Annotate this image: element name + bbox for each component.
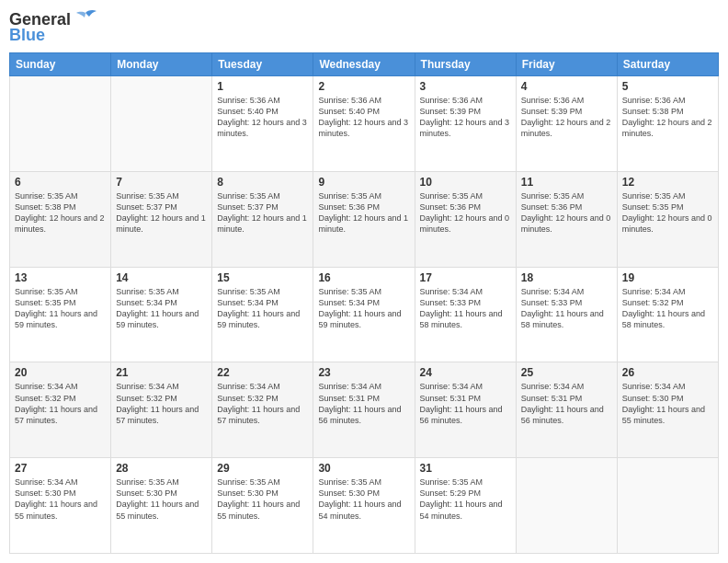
calendar-cell: 6Sunrise: 5:35 AM Sunset: 5:38 PM Daylig… [10,171,111,267]
weekday-header-tuesday: Tuesday [212,53,313,76]
week-row-4: 20Sunrise: 5:34 AM Sunset: 5:32 PM Dayli… [10,362,719,458]
calendar-cell: 23Sunrise: 5:34 AM Sunset: 5:31 PM Dayli… [313,362,415,458]
day-number: 30 [318,462,409,475]
calendar-cell: 4Sunrise: 5:36 AM Sunset: 5:39 PM Daylig… [516,76,617,172]
calendar-cell: 30Sunrise: 5:35 AM Sunset: 5:30 PM Dayli… [313,458,415,554]
day-number: 7 [116,176,207,189]
day-info: Sunrise: 5:35 AM Sunset: 5:35 PM Dayligh… [622,190,713,236]
calendar-cell: 17Sunrise: 5:34 AM Sunset: 5:33 PM Dayli… [415,267,516,362]
day-number: 6 [15,176,106,189]
calendar-cell [516,458,617,554]
day-info: Sunrise: 5:34 AM Sunset: 5:33 PM Dayligh… [420,286,511,331]
day-number: 17 [420,271,511,284]
day-info: Sunrise: 5:35 AM Sunset: 5:34 PM Dayligh… [116,286,207,331]
day-info: Sunrise: 5:34 AM Sunset: 5:32 PM Dayligh… [622,286,713,331]
calendar-cell: 25Sunrise: 5:34 AM Sunset: 5:31 PM Dayli… [516,362,617,458]
calendar-cell: 11Sunrise: 5:35 AM Sunset: 5:36 PM Dayli… [516,171,617,267]
day-info: Sunrise: 5:36 AM Sunset: 5:38 PM Dayligh… [622,95,713,140]
day-number: 20 [15,366,106,379]
calendar-cell: 28Sunrise: 5:35 AM Sunset: 5:30 PM Dayli… [111,458,212,554]
calendar-cell: 12Sunrise: 5:35 AM Sunset: 5:35 PM Dayli… [617,171,718,267]
calendar-cell: 29Sunrise: 5:35 AM Sunset: 5:30 PM Dayli… [212,458,313,554]
week-row-1: 1Sunrise: 5:36 AM Sunset: 5:40 PM Daylig… [10,76,719,172]
calendar-cell: 9Sunrise: 5:35 AM Sunset: 5:36 PM Daylig… [313,171,415,267]
day-info: Sunrise: 5:36 AM Sunset: 5:40 PM Dayligh… [318,95,409,140]
weekday-header-thursday: Thursday [415,53,516,76]
logo-bird-icon [73,9,98,29]
day-number: 11 [521,176,612,189]
day-info: Sunrise: 5:34 AM Sunset: 5:31 PM Dayligh… [521,381,612,426]
header: General Blue [9,9,719,45]
day-info: Sunrise: 5:35 AM Sunset: 5:30 PM Dayligh… [318,477,409,522]
calendar-cell: 20Sunrise: 5:34 AM Sunset: 5:32 PM Dayli… [10,362,111,458]
calendar-cell: 27Sunrise: 5:34 AM Sunset: 5:30 PM Dayli… [10,458,111,554]
day-number: 21 [116,366,207,379]
day-number: 3 [420,80,511,93]
calendar-cell: 18Sunrise: 5:34 AM Sunset: 5:33 PM Dayli… [516,267,617,362]
day-info: Sunrise: 5:34 AM Sunset: 5:31 PM Dayligh… [318,381,409,426]
calendar-cell: 24Sunrise: 5:34 AM Sunset: 5:31 PM Dayli… [415,362,516,458]
day-number: 27 [15,462,106,475]
calendar-cell: 8Sunrise: 5:35 AM Sunset: 5:37 PM Daylig… [212,171,313,267]
day-info: Sunrise: 5:34 AM Sunset: 5:31 PM Dayligh… [420,381,511,426]
calendar-cell: 5Sunrise: 5:36 AM Sunset: 5:38 PM Daylig… [617,76,718,172]
calendar-cell: 31Sunrise: 5:35 AM Sunset: 5:29 PM Dayli… [415,458,516,554]
day-number: 23 [318,366,409,379]
day-number: 16 [318,271,409,284]
day-number: 10 [420,176,511,189]
day-number: 29 [217,462,308,475]
day-number: 12 [622,176,713,189]
day-number: 18 [521,271,612,284]
calendar-cell: 1Sunrise: 5:36 AM Sunset: 5:40 PM Daylig… [212,76,313,172]
day-number: 31 [420,462,511,475]
calendar-cell: 3Sunrise: 5:36 AM Sunset: 5:39 PM Daylig… [415,76,516,172]
calendar-cell: 26Sunrise: 5:34 AM Sunset: 5:30 PM Dayli… [617,362,718,458]
weekday-header-wednesday: Wednesday [313,53,415,76]
day-info: Sunrise: 5:35 AM Sunset: 5:37 PM Dayligh… [217,190,308,236]
calendar-cell [111,76,212,172]
calendar: SundayMondayTuesdayWednesdayThursdayFrid… [9,52,719,554]
logo: General Blue [9,9,98,45]
day-number: 1 [217,80,308,93]
weekday-header-row: SundayMondayTuesdayWednesdayThursdayFrid… [10,53,719,76]
calendar-cell: 2Sunrise: 5:36 AM Sunset: 5:40 PM Daylig… [313,76,415,172]
day-number: 5 [622,80,713,93]
day-info: Sunrise: 5:35 AM Sunset: 5:36 PM Dayligh… [318,190,409,236]
day-number: 25 [521,366,612,379]
calendar-cell [617,458,718,554]
day-number: 26 [622,366,713,379]
day-number: 4 [521,80,612,93]
day-info: Sunrise: 5:35 AM Sunset: 5:36 PM Dayligh… [420,190,511,236]
page: General Blue SundayMondayTuesdayWednesda… [0,0,728,563]
day-number: 15 [217,271,308,284]
weekday-header-friday: Friday [516,53,617,76]
day-info: Sunrise: 5:36 AM Sunset: 5:39 PM Dayligh… [420,95,511,140]
day-number: 13 [15,271,106,284]
day-info: Sunrise: 5:34 AM Sunset: 5:30 PM Dayligh… [622,381,713,426]
calendar-cell: 13Sunrise: 5:35 AM Sunset: 5:35 PM Dayli… [10,267,111,362]
weekday-header-sunday: Sunday [10,53,111,76]
logo-text-blue: Blue [9,26,45,45]
calendar-cell: 16Sunrise: 5:35 AM Sunset: 5:34 PM Dayli… [313,267,415,362]
day-info: Sunrise: 5:35 AM Sunset: 5:34 PM Dayligh… [217,286,308,331]
day-info: Sunrise: 5:35 AM Sunset: 5:30 PM Dayligh… [116,477,207,522]
day-number: 8 [217,176,308,189]
calendar-cell: 14Sunrise: 5:35 AM Sunset: 5:34 PM Dayli… [111,267,212,362]
day-info: Sunrise: 5:35 AM Sunset: 5:34 PM Dayligh… [318,286,409,331]
day-number: 19 [622,271,713,284]
calendar-cell [10,76,111,172]
day-number: 28 [116,462,207,475]
day-info: Sunrise: 5:34 AM Sunset: 5:32 PM Dayligh… [116,381,207,426]
calendar-cell: 10Sunrise: 5:35 AM Sunset: 5:36 PM Dayli… [415,171,516,267]
day-info: Sunrise: 5:35 AM Sunset: 5:38 PM Dayligh… [15,190,106,236]
day-info: Sunrise: 5:35 AM Sunset: 5:29 PM Dayligh… [420,477,511,522]
day-number: 2 [318,80,409,93]
day-info: Sunrise: 5:35 AM Sunset: 5:30 PM Dayligh… [217,477,308,522]
calendar-cell: 19Sunrise: 5:34 AM Sunset: 5:32 PM Dayli… [617,267,718,362]
day-info: Sunrise: 5:34 AM Sunset: 5:32 PM Dayligh… [217,381,308,426]
week-row-2: 6Sunrise: 5:35 AM Sunset: 5:38 PM Daylig… [10,171,719,267]
day-info: Sunrise: 5:36 AM Sunset: 5:40 PM Dayligh… [217,95,308,140]
day-number: 9 [318,176,409,189]
week-row-3: 13Sunrise: 5:35 AM Sunset: 5:35 PM Dayli… [10,267,719,362]
day-number: 24 [420,366,511,379]
